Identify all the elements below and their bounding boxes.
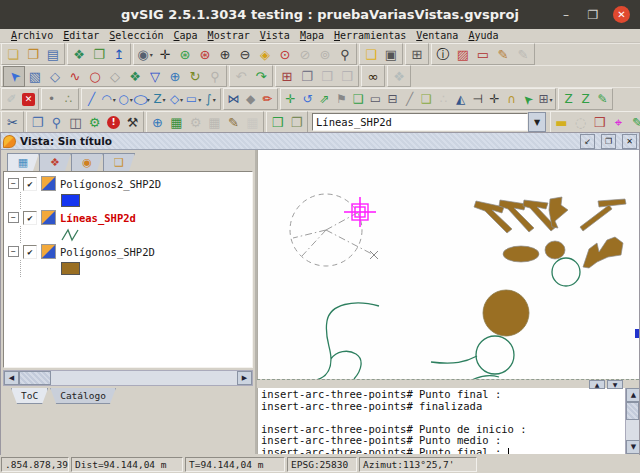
edit-vertex-icon[interactable]: ➤ bbox=[520, 90, 537, 109]
toc-tab-layers[interactable]: ❖ bbox=[39, 153, 71, 171]
add-event-layer-icon[interactable]: ❐ bbox=[89, 45, 109, 64]
select-by-map-icon[interactable]: ⊕ bbox=[165, 67, 185, 86]
toc-horizontal-scrollbar[interactable]: ◀ ▶ bbox=[3, 370, 253, 386]
scroll-thumb[interactable] bbox=[19, 371, 51, 385]
tab-catalogo[interactable]: Catálogo bbox=[50, 388, 116, 404]
legend-button-icon[interactable]: ▬ bbox=[552, 113, 571, 132]
zoom-layers-icon[interactable]: ◈ bbox=[255, 45, 275, 64]
layer-row[interactable]: −✔Líneas_SHP2d bbox=[8, 209, 252, 226]
rectangle-tool-icon[interactable]: ▭ bbox=[367, 90, 384, 109]
selection-table-icon[interactable]: ⊞ bbox=[277, 67, 297, 86]
scale-geometry-icon[interactable]: ⇗ bbox=[316, 90, 333, 109]
ghost-points-icon[interactable]: ∴ bbox=[435, 90, 452, 109]
document-a-icon[interactable]: ❒ bbox=[317, 67, 337, 86]
new-project-icon[interactable]: ❏ bbox=[3, 45, 23, 64]
scroll-right-icon[interactable]: ▶ bbox=[237, 371, 252, 385]
add-layer-icon[interactable]: ❖ bbox=[69, 45, 89, 64]
layer-symbol-row[interactable] bbox=[20, 226, 252, 243]
error-indicator-icon[interactable]: ! bbox=[104, 113, 123, 132]
toc-tab-legend[interactable]: ▦ bbox=[7, 153, 39, 171]
insert-arc-icon[interactable]: ◠▾ bbox=[100, 90, 117, 109]
explode-a-icon[interactable]: Z bbox=[560, 90, 577, 109]
split-line-icon[interactable]: ✂ bbox=[3, 113, 22, 132]
quick-info-icon[interactable]: ✎ bbox=[493, 45, 513, 64]
zoom-out-icon[interactable]: ⊖ bbox=[235, 45, 255, 64]
menu-vista[interactable]: Vista bbox=[255, 30, 295, 41]
console-vertical-scrollbar[interactable]: ▲ ▼ bbox=[625, 388, 639, 454]
menu-editar[interactable]: Editar bbox=[58, 30, 104, 41]
toc-tab-shapes[interactable]: ❑ bbox=[103, 153, 135, 171]
toolbox-icon[interactable]: ⚒ bbox=[123, 113, 142, 132]
menu-ventana[interactable]: Ventana bbox=[411, 30, 463, 41]
stretch-icon[interactable]: ⚑ bbox=[333, 90, 350, 109]
menu-capa[interactable]: Capa bbox=[169, 30, 203, 41]
export-layer-icon[interactable]: ❒ bbox=[268, 113, 287, 132]
insert-point-icon[interactable]: • bbox=[43, 90, 60, 109]
menu-mostrar[interactable]: Mostrar bbox=[203, 30, 255, 41]
end-editing-window-icon[interactable]: ❒ bbox=[590, 113, 609, 132]
gear-disabled-icon[interactable]: ⚙ bbox=[186, 113, 205, 132]
session-gear-icon[interactable]: ⚙ bbox=[85, 113, 104, 132]
zoom-previous-icon[interactable]: ⊘ bbox=[295, 45, 315, 64]
layer-visibility-checkbox[interactable]: ✔ bbox=[23, 177, 37, 191]
save-project-icon[interactable]: ▤ bbox=[43, 45, 63, 64]
splitter-up-icon[interactable]: ▲ bbox=[589, 380, 605, 389]
spotlight-icon[interactable]: ⚲ bbox=[205, 67, 225, 86]
splitter-down-icon[interactable]: ▼ bbox=[607, 380, 623, 389]
import-layer-icon[interactable]: ❐ bbox=[287, 113, 306, 132]
layer-symbol-row[interactable] bbox=[20, 192, 252, 209]
redo-icon[interactable]: ↷ bbox=[251, 67, 271, 86]
layer-row[interactable]: −✔Polígonos_SHP2D bbox=[8, 243, 252, 260]
menu-archivo[interactable]: Archivo bbox=[6, 30, 58, 41]
filter-icon[interactable]: ▽ bbox=[145, 67, 165, 86]
select-lasso-icon[interactable]: ∿ bbox=[65, 67, 85, 86]
doc-disabled-icon[interactable]: ◌ bbox=[571, 113, 590, 132]
pan-icon[interactable]: ✛ bbox=[155, 45, 175, 64]
scroll-left-icon[interactable]: ◀ bbox=[4, 371, 19, 385]
zoom-back-icon[interactable]: ⊛ bbox=[195, 45, 215, 64]
close-button[interactable]: ✕ bbox=[613, 6, 630, 23]
select-buffer-icon[interactable]: ◇ bbox=[105, 67, 125, 86]
zoom-selection-icon[interactable]: ⊙ bbox=[275, 45, 295, 64]
menu-ayuda[interactable]: Ayuda bbox=[463, 30, 503, 41]
console-output[interactable]: insert-arc-three-points# Punto final :in… bbox=[258, 388, 625, 454]
menu-herramientas[interactable]: Herramientas bbox=[329, 30, 411, 41]
stop-editing-icon[interactable]: ✕ bbox=[20, 90, 37, 109]
open-project-icon[interactable]: ❐ bbox=[23, 45, 43, 64]
rotate-geometry-icon[interactable]: ↺ bbox=[299, 90, 316, 109]
os-title-bar[interactable]: gvSIG 2.5.1.3034 testing : pruebaVariasV… bbox=[0, 0, 640, 29]
regular-polygon-icon[interactable]: ◆ bbox=[242, 90, 259, 109]
select-circle-icon[interactable]: ○ bbox=[85, 67, 105, 86]
combo-value[interactable]: Líneas_SHP2d bbox=[312, 113, 528, 131]
explode-c-icon[interactable]: ✎ bbox=[594, 90, 611, 109]
scroll-thumb[interactable] bbox=[626, 402, 639, 420]
image-disabled-icon[interactable]: ▦ bbox=[205, 113, 224, 132]
combo-dropdown-icon[interactable]: ▼ bbox=[528, 112, 546, 132]
offset-icon[interactable]: ⊟ bbox=[384, 90, 401, 109]
editing-console[interactable]: insert-arc-three-points# Punto final :in… bbox=[257, 388, 639, 454]
panel-window-icon[interactable]: ◫ bbox=[66, 113, 85, 132]
matrix-icon[interactable]: ⊞▾ bbox=[537, 90, 554, 109]
symmetry-icon[interactable]: ⋈ bbox=[225, 90, 242, 109]
layer-name[interactable]: Polígonos2_SHP2D bbox=[60, 178, 161, 190]
vista-minimize-button[interactable]: ↙ bbox=[580, 134, 595, 149]
info-by-point-icon[interactable]: ⓘ bbox=[433, 45, 453, 64]
search-binoculars-icon[interactable]: ∞ bbox=[363, 67, 383, 86]
extend-icon[interactable]: ✛ bbox=[486, 90, 503, 109]
insert-polygon-icon[interactable]: ◇▾ bbox=[168, 90, 185, 109]
layer-name[interactable]: Polígonos_SHP2D bbox=[60, 246, 155, 258]
expander-icon[interactable]: − bbox=[8, 212, 19, 223]
web-globe-icon[interactable]: ⊕ bbox=[148, 113, 167, 132]
hatch-icon[interactable]: ╱ bbox=[401, 90, 418, 109]
insert-polyline-icon[interactable]: Z▾ bbox=[151, 90, 168, 109]
maximize-button[interactable]: ❐ bbox=[586, 9, 600, 21]
layer-visibility-checkbox[interactable]: ✔ bbox=[23, 245, 37, 259]
minimize-button[interactable]: – bbox=[559, 9, 573, 21]
insert-line-icon[interactable]: ╱ bbox=[83, 90, 100, 109]
menu-seleccion[interactable]: Selección bbox=[104, 30, 168, 41]
union-rectangles-icon[interactable]: ❑ bbox=[361, 45, 381, 64]
zoom-object-icon[interactable]: ⚲ bbox=[335, 45, 355, 64]
zoom-frame-icon[interactable]: ⊚ bbox=[315, 45, 335, 64]
attribute-table-icon[interactable]: ⊞ bbox=[407, 45, 427, 64]
insert-multipoint-icon[interactable]: ∴ bbox=[60, 90, 77, 109]
